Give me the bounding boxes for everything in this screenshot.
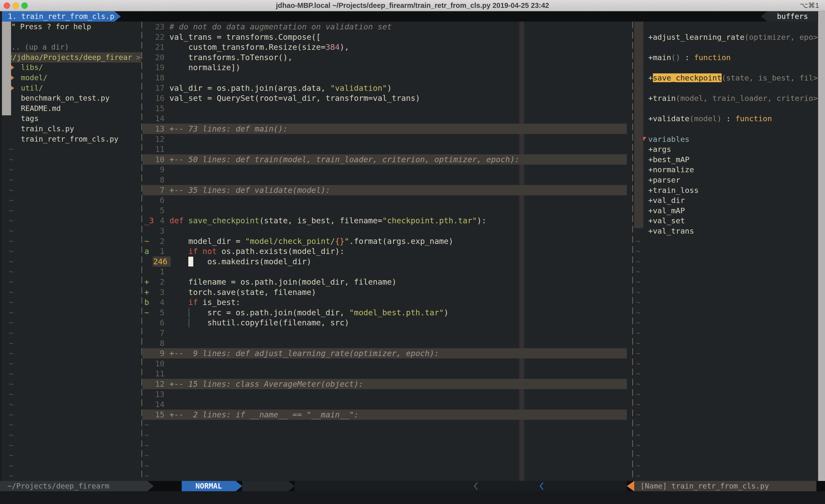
empty-line-tilde[interactable]: ~ — [9, 154, 143, 165]
empty-line-tilde[interactable]: ~ — [636, 318, 819, 328]
editor-line[interactable]: 8 — [142, 338, 632, 348]
right-scrollbar-track[interactable] — [818, 11, 825, 504]
empty-line-tilde[interactable]: ~ — [636, 410, 819, 420]
tree-item[interactable]: train_retr_from_cls.py — [7, 134, 141, 144]
empty-line-tilde[interactable]: ~ — [636, 440, 819, 450]
editor-line[interactable]: 9 — [142, 164, 632, 175]
empty-line-tilde[interactable]: ~ — [9, 164, 143, 175]
empty-line-tilde[interactable]: ~ — [636, 348, 819, 358]
tag-item[interactable]: +train(model, train_loader, criterio> — [634, 93, 818, 103]
tree-item[interactable]: </jdhao/Projects/deep_firear> — [7, 52, 141, 63]
tagbar-panel[interactable]: +adjust_learning_rate(optimizer, epo>+ma… — [634, 22, 818, 481]
empty-line-tilde[interactable]: ~ — [636, 256, 819, 267]
editor-line[interactable]: 10+-- 50 lines: def train(model, train_l… — [142, 154, 632, 165]
editor-line[interactable]: 19 normalize]) — [142, 62, 632, 73]
editor-line[interactable]: 6 — [142, 195, 632, 205]
empty-line-tilde[interactable]: ~ — [144, 430, 634, 440]
tag-item[interactable]: +val_mAP — [634, 205, 818, 216]
empty-line-tilde[interactable]: ~ — [9, 430, 143, 440]
window-separator[interactable] — [632, 22, 633, 481]
empty-line-tilde[interactable]: ~ — [9, 318, 143, 328]
tag-item[interactable]: +validate(model) : function — [634, 113, 818, 124]
editor-line[interactable]: 5 — [142, 205, 632, 216]
tree-item[interactable]: benchmark_on_test.py — [7, 93, 141, 103]
empty-line-tilde[interactable]: ~ — [9, 440, 143, 450]
empty-line-tilde[interactable]: ~ — [9, 410, 143, 420]
empty-line-tilde[interactable]: ~ — [636, 338, 819, 348]
empty-line-tilde[interactable]: ~ — [636, 308, 819, 318]
empty-line-tilde[interactable]: ~ — [9, 348, 143, 358]
editor-line[interactable]: 7 — [142, 328, 632, 338]
tag-item[interactable]: +normalize — [634, 164, 818, 175]
empty-line-tilde[interactable]: ~ — [636, 266, 819, 277]
tag-item[interactable]: +val_trans — [634, 226, 818, 236]
empty-line-tilde[interactable]: ~ — [9, 358, 143, 369]
empty-line-tilde[interactable]: ~ — [9, 205, 143, 216]
command-line[interactable] — [0, 491, 825, 504]
empty-line-tilde[interactable]: ~ — [636, 450, 819, 460]
empty-line-tilde[interactable]: ~ — [636, 287, 819, 298]
tagbar-kind-header[interactable]: variables — [634, 134, 818, 144]
tag-item[interactable]: +main() : function — [634, 52, 818, 63]
editor-panel[interactable]: 23# do not do data augmentation on valid… — [142, 22, 632, 481]
empty-line-tilde[interactable]: ~ — [9, 256, 143, 267]
folder-collapsed-icon[interactable] — [11, 65, 14, 70]
editor-line[interactable]: 6 shutil.copyfile(filename, src) — [142, 318, 632, 328]
editor-line[interactable]: 13 — [142, 389, 632, 400]
empty-line-tilde[interactable]: ~ — [9, 216, 143, 226]
empty-line-tilde[interactable]: ~ — [144, 440, 634, 450]
editor-line[interactable]: 2~ model_dir = "model/check_point/{}".fo… — [142, 236, 632, 246]
tag-item[interactable]: +best_mAP — [634, 154, 818, 165]
editor-line[interactable]: 13+-- 73 lines: def main(): — [142, 124, 632, 134]
tree-item[interactable]: .. (up a dir) — [7, 42, 141, 52]
editor-line[interactable]: 12+-- 15 lines: class AverageMeter(objec… — [142, 379, 632, 389]
tree-item[interactable]: train_cls.py — [7, 124, 141, 134]
tree-item[interactable]: README.md — [7, 103, 141, 113]
empty-line-tilde[interactable]: ~ — [636, 471, 819, 481]
empty-line-tilde[interactable]: ~ — [144, 471, 634, 481]
tree-item[interactable]: libs/ — [7, 62, 141, 73]
empty-line-tilde[interactable]: ~ — [9, 460, 143, 471]
editor-line[interactable]: 3 — [142, 226, 632, 236]
empty-line-tilde[interactable]: ~ — [636, 246, 819, 256]
empty-line-tilde[interactable]: ~ — [9, 399, 143, 410]
empty-line-tilde[interactable]: ~ — [636, 379, 819, 389]
editor-line[interactable]: 9+-- 9 lines: def adjust_learning_rate(o… — [142, 348, 632, 358]
editor-line[interactable]: 14 — [142, 399, 632, 410]
editor-line[interactable]: 1 — [142, 266, 632, 277]
empty-line-tilde[interactable]: ~ — [636, 399, 819, 410]
empty-line-tilde[interactable]: ~ — [144, 450, 634, 460]
empty-line-tilde[interactable]: ~ — [9, 389, 143, 400]
editor-line[interactable]: 12 — [142, 134, 632, 144]
empty-line-tilde[interactable]: ~ — [144, 420, 634, 430]
editor-line[interactable]: 11 — [142, 368, 632, 379]
empty-line-tilde[interactable]: ~ — [9, 236, 143, 246]
nerdtree-scrollbar-thumb[interactable] — [2, 22, 11, 115]
empty-line-tilde[interactable]: ~ — [636, 236, 819, 246]
editor-line[interactable]: 5~ src = os.path.join(model_dir, "model_… — [142, 308, 632, 318]
tree-item[interactable]: " Press ? for help — [7, 22, 141, 32]
folder-collapsed-icon[interactable] — [11, 86, 14, 91]
editor-line[interactable]: 17val_dir = os.path.join(args.data, "val… — [142, 83, 632, 93]
editor-line[interactable]: 1a if not os.path.exists(model_dir): — [142, 246, 632, 256]
tag-item[interactable]: +save_checkpoint(state, is_best, fil> — [634, 73, 818, 83]
window-separator[interactable] — [141, 22, 142, 481]
empty-line-tilde[interactable]: ~ — [9, 368, 143, 379]
tag-item[interactable]: +parser — [634, 175, 818, 185]
empty-line-tilde[interactable]: ~ — [9, 379, 143, 389]
tag-item[interactable]: +adjust_learning_rate(optimizer, epo> — [634, 32, 818, 42]
tree-item[interactable]: model/ — [7, 73, 141, 83]
editor-line[interactable]: 7+-- 35 lines: def validate(model): — [142, 185, 632, 195]
empty-line-tilde[interactable]: ~ — [9, 420, 143, 430]
editor-line[interactable]: 8 — [142, 175, 632, 185]
nerdtree-panel[interactable]: " Press ? for help.. (up a dir)</jdhao/P… — [7, 22, 141, 481]
editor-line[interactable]: 18 — [142, 73, 632, 83]
empty-line-tilde[interactable]: ~ — [9, 185, 143, 195]
empty-line-tilde[interactable]: ~ — [9, 246, 143, 256]
editor-line[interactable]: 3+ torch.save(state, filename) — [142, 287, 632, 298]
editor-line[interactable]: 14 — [142, 113, 632, 124]
editor-line[interactable]: 11 — [142, 144, 632, 154]
tree-item[interactable]: tags — [7, 113, 141, 124]
editor-line[interactable]: 15+-- 2 lines: if __name__ == "__main__"… — [142, 410, 632, 420]
empty-line-tilde[interactable]: ~ — [9, 328, 143, 338]
